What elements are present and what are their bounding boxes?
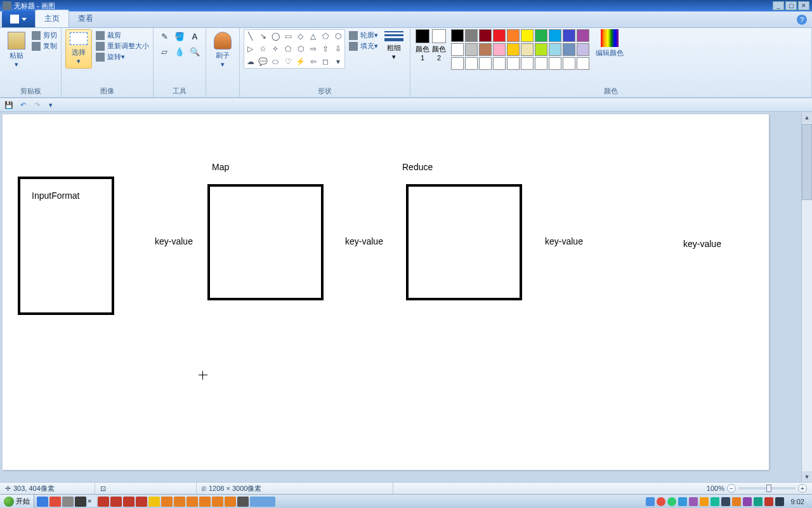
thickness-button[interactable]: 粗细 ▾ [382,29,406,61]
taskbar-item[interactable] [199,497,211,507]
tray-icon[interactable] [689,497,698,506]
palette-swatch[interactable] [549,43,561,56]
pencil-tool[interactable]: ✎ [157,29,171,43]
taskbar-item[interactable] [174,497,185,507]
magnifier-tool[interactable]: 🔍 [188,44,202,58]
maximize-button[interactable]: ▢ [785,1,797,10]
palette-swatch[interactable] [479,43,492,56]
undo-button[interactable]: ↶ [18,100,28,110]
palette-swatch[interactable] [577,29,589,42]
rotate-button[interactable]: 旋转 ▾ [96,52,149,62]
zoom-slider-knob[interactable] [766,485,771,492]
canvas[interactable]: InputFormat Map Reduce key-value key-val… [3,114,769,470]
eraser-tool[interactable]: ▱ [157,44,171,58]
palette-swatch[interactable] [451,43,464,56]
tray-icon[interactable] [667,497,676,506]
palette-swatch[interactable] [563,43,575,56]
palette-swatch[interactable] [465,29,478,42]
taskbar-item[interactable] [187,497,198,507]
palette-swatch[interactable] [521,29,534,42]
zoom-out-button[interactable]: − [727,484,736,493]
help-button[interactable]: ? [797,15,807,25]
palette-swatch[interactable] [535,57,547,70]
scroll-up-button[interactable]: ▲ [802,112,812,123]
palette-swatch[interactable] [493,29,506,42]
palette-swatch[interactable] [493,43,506,56]
clock[interactable]: 9:02 [786,498,809,505]
color1-slot[interactable]: 颜色 1 [414,29,431,69]
start-button[interactable]: 开始 [0,495,34,508]
taskbar-item[interactable]: » [88,497,96,507]
zoom-slider[interactable] [738,487,796,490]
taskbar-item[interactable] [237,497,249,507]
palette-swatch[interactable] [507,57,520,70]
edit-colors-button[interactable]: 编辑颜色 [596,29,624,58]
taskbar-item[interactable] [75,497,86,507]
taskbar-item[interactable] [123,497,134,507]
taskbar-item[interactable] [136,497,147,507]
outline-button[interactable]: 轮廓 ▾ [349,30,378,40]
palette-swatch[interactable] [451,29,464,42]
picker-tool[interactable]: 💧 [173,44,187,58]
taskbar-item[interactable] [49,497,61,507]
fill-tool[interactable]: 🪣 [173,29,187,43]
color2-slot[interactable]: 颜色 2 [431,29,447,69]
tray-icon[interactable] [764,497,773,506]
select-button[interactable]: 选择 ▾ [65,29,92,69]
palette-swatch[interactable] [451,57,464,70]
brush-button[interactable]: 刷子 ▾ [210,29,235,71]
taskbar-item[interactable] [148,497,160,507]
tray-icon[interactable] [678,497,687,506]
palette-swatch[interactable] [507,43,520,56]
tray-icon[interactable] [754,497,763,506]
taskbar-item[interactable] [37,497,48,507]
taskbar-item[interactable] [98,497,109,507]
tray-icon[interactable] [743,497,752,506]
palette-swatch[interactable] [549,57,561,70]
palette-swatch[interactable] [521,57,534,70]
paste-button[interactable]: 粘贴 ▾ [4,29,29,71]
zoom-in-button[interactable]: + [798,484,807,493]
taskbar-item[interactable] [62,497,74,507]
palette-swatch[interactable] [563,57,575,70]
taskbar-item[interactable] [161,497,173,507]
palette-swatch[interactable] [507,29,520,42]
taskbar-item[interactable] [225,497,236,507]
palette-swatch[interactable] [577,57,589,70]
palette-swatch[interactable] [563,29,575,42]
tray-icon[interactable] [721,497,730,506]
tray-icon[interactable] [646,497,655,506]
tray-icon[interactable] [657,497,665,506]
save-button[interactable]: 💾 [4,100,14,110]
tray-icon[interactable] [775,497,784,506]
taskbar-item[interactable] [250,497,275,507]
scroll-thumb[interactable] [802,124,812,200]
resize-button[interactable]: 重新调整大小 [96,41,149,51]
palette-swatch[interactable] [535,29,547,42]
file-menu-button[interactable] [2,11,35,27]
redo-button[interactable]: ↷ [32,100,42,110]
tray-icon[interactable] [700,497,709,506]
tray-icon[interactable] [710,497,719,506]
qat-customize[interactable]: ▾ [46,100,56,110]
palette-swatch[interactable] [535,43,547,56]
palette-swatch[interactable] [549,29,561,42]
scroll-down-button[interactable]: ▼ [802,471,812,482]
palette-swatch[interactable] [465,57,478,70]
tab-home[interactable]: 主页 [35,10,69,27]
taskbar-item[interactable] [110,497,122,507]
copy-button[interactable]: 复制 [32,41,57,51]
shapes-gallery[interactable]: ╲↘◯▭◇△⬠⬡ ▷☆✧⬠⬡⇨⇧⇩ ☁💬⬭♡⚡⇦◻▾ [244,29,345,69]
palette-swatch[interactable] [479,29,492,42]
tray-icon[interactable] [732,497,741,506]
vertical-scrollbar[interactable]: ▲ ▼ [801,112,812,482]
palette-swatch[interactable] [479,57,492,70]
taskbar-item[interactable] [212,497,223,507]
tab-view[interactable]: 查看 [69,10,102,27]
palette-swatch[interactable] [577,43,589,56]
palette-swatch[interactable] [465,43,478,56]
text-tool[interactable]: A [188,29,202,43]
palette-swatch[interactable] [493,57,506,70]
fill-button[interactable]: 填充 ▾ [349,41,378,51]
minimize-button[interactable]: _ [773,1,784,10]
